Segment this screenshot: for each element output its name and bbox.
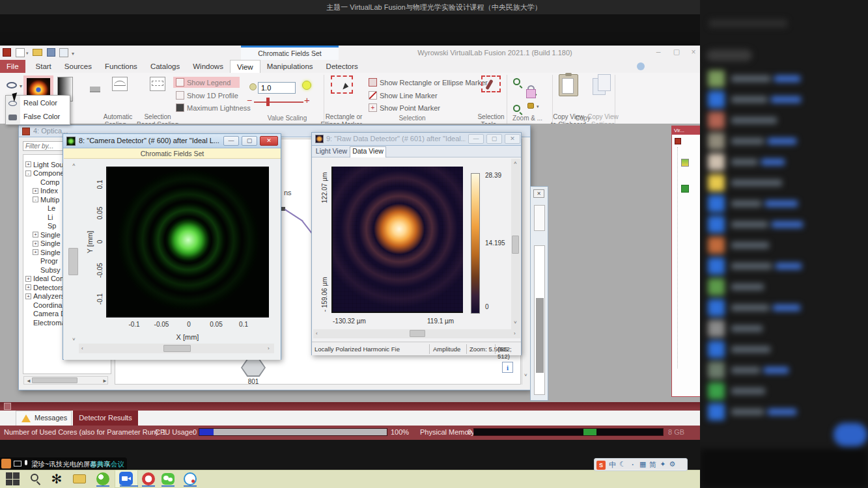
tree-expander[interactable]: + bbox=[33, 188, 38, 194]
customize-toolbar-icon[interactable]: ▾ bbox=[72, 51, 74, 57]
show-1d-profile-icon[interactable] bbox=[176, 91, 184, 100]
maximum-lightness-icon[interactable] bbox=[176, 103, 184, 112]
participant-row[interactable] bbox=[700, 216, 868, 234]
lock-zoom-icon[interactable] bbox=[527, 103, 534, 109]
participant-row[interactable] bbox=[700, 320, 868, 338]
canvas-vertical-scrollbar[interactable]: ˅ bbox=[522, 139, 530, 385]
participant-row[interactable] bbox=[700, 258, 868, 276]
ime-glyphs[interactable]: 中☾・▦简✦⚙ bbox=[609, 460, 675, 470]
scroll-right-icon[interactable]: › bbox=[514, 331, 516, 336]
scroll-down-icon[interactable]: ˅ bbox=[514, 320, 517, 325]
brightness-input[interactable] bbox=[258, 82, 296, 94]
participant-row[interactable] bbox=[700, 237, 868, 255]
participant-row[interactable] bbox=[700, 299, 868, 318]
save-icon[interactable] bbox=[47, 48, 55, 57]
selection-based-scaling-icon[interactable] bbox=[150, 77, 165, 91]
brightness-slider-track[interactable] bbox=[254, 102, 303, 103]
scroll-right-icon[interactable]: › bbox=[268, 346, 270, 351]
tree-horizontal-scrollbar[interactable]: ◄ ► bbox=[23, 376, 108, 385]
horizontal-scrollbar[interactable]: ‹ › bbox=[313, 329, 520, 338]
horizontal-scrollbar[interactable]: ‹ › bbox=[79, 344, 274, 353]
browser-360-icon[interactable] bbox=[96, 472, 111, 486]
show-legend-toggle[interactable]: Show Legend bbox=[187, 79, 231, 87]
show-legend-icon[interactable] bbox=[176, 78, 184, 87]
participant-row[interactable] bbox=[700, 362, 868, 380]
participant-row[interactable] bbox=[700, 383, 868, 401]
scrollbar-thumb[interactable] bbox=[32, 377, 77, 383]
tree-expander[interactable]: + bbox=[25, 284, 31, 290]
restore-button[interactable]: ▢ bbox=[486, 134, 502, 144]
participant-row[interactable] bbox=[700, 91, 868, 109]
new-document-icon[interactable] bbox=[16, 48, 25, 57]
tab-sources[interactable]: Sources bbox=[58, 60, 98, 73]
minimize-button[interactable]: — bbox=[223, 136, 239, 146]
scrollbar-thumb[interactable] bbox=[512, 236, 519, 254]
ime-glyph[interactable]: ・ bbox=[629, 460, 636, 470]
share-link[interactable]: @腾讯会议 bbox=[90, 460, 124, 469]
scrollbar-thumb[interactable] bbox=[410, 330, 425, 337]
zoom-in-icon[interactable] bbox=[513, 78, 520, 85]
cortana-flower-icon[interactable]: ✻ bbox=[49, 472, 64, 486]
show-rect-marker-toggle[interactable]: Show Rectangle or Ellipse Marker bbox=[380, 79, 488, 87]
close-button[interactable]: × bbox=[686, 47, 701, 57]
rectangle-ellipse-marker-icon[interactable] bbox=[331, 75, 353, 94]
show-rect-marker-icon[interactable] bbox=[369, 78, 377, 87]
ime-glyph[interactable]: ⚙ bbox=[669, 460, 676, 470]
preview-icon[interactable] bbox=[526, 89, 536, 98]
show-line-marker-toggle[interactable]: Show Line Marker bbox=[380, 92, 438, 100]
minimize-button[interactable]: – bbox=[651, 47, 665, 57]
tree-expander[interactable]: + bbox=[25, 293, 31, 299]
panel-icon[interactable] bbox=[4, 403, 11, 410]
ime-glyph[interactable]: ▦ bbox=[639, 460, 646, 470]
mini-window-titlebar[interactable]: Vir... bbox=[672, 126, 700, 135]
participant-row[interactable] bbox=[700, 133, 868, 151]
search-icon[interactable] bbox=[29, 472, 43, 486]
tree-expander[interactable]: + bbox=[33, 232, 38, 237]
calculator-icon[interactable] bbox=[59, 48, 68, 57]
red-app-icon[interactable] bbox=[142, 472, 156, 486]
tab-data-view[interactable]: Data View bbox=[350, 146, 386, 157]
show-point-marker-toggle[interactable]: Show Point Marker bbox=[380, 104, 440, 112]
info-icon[interactable]: i bbox=[502, 362, 513, 373]
tree-expander[interactable]: - bbox=[25, 170, 31, 176]
participant-row[interactable] bbox=[700, 174, 868, 193]
ime-glyph[interactable]: 中 bbox=[609, 460, 616, 470]
tree-expander[interactable]: - bbox=[33, 197, 38, 202]
show-line-marker-icon[interactable] bbox=[369, 91, 377, 100]
search-box[interactable] bbox=[707, 49, 752, 61]
participant-row[interactable] bbox=[700, 278, 868, 297]
participant-row[interactable] bbox=[700, 154, 868, 172]
lock-zoom-dropdown-icon[interactable]: ▾ bbox=[537, 104, 539, 109]
close-button[interactable]: ✕ bbox=[260, 136, 278, 146]
maximize-button[interactable]: ▢ bbox=[669, 47, 684, 56]
mini-node-icon[interactable] bbox=[681, 159, 689, 167]
color-mode-eye-icon[interactable] bbox=[7, 82, 17, 88]
maximum-lightness-toggle[interactable]: Maximum Lightness bbox=[187, 104, 251, 112]
tab-messages[interactable]: Messages bbox=[16, 411, 72, 426]
vertical-scrollbar[interactable]: ˄ ˅ bbox=[511, 159, 520, 329]
tab-catalogs[interactable]: Catalogs bbox=[144, 60, 186, 73]
camera-plot[interactable] bbox=[106, 167, 269, 318]
close-button[interactable]: ✕ bbox=[505, 134, 520, 144]
participant-row[interactable] bbox=[700, 70, 868, 88]
menu-item-false-color[interactable]: False Color bbox=[23, 113, 60, 120]
scroll-left-icon[interactable]: ‹ bbox=[316, 331, 318, 336]
brightness-plus[interactable]: + bbox=[304, 94, 310, 105]
tab-windows[interactable]: Windows bbox=[186, 60, 230, 73]
file-explorer-icon[interactable] bbox=[73, 472, 87, 486]
tab-start[interactable]: Start bbox=[29, 60, 58, 73]
scroll-up-icon[interactable]: ˄ bbox=[72, 163, 76, 168]
ime-glyph[interactable]: ✦ bbox=[660, 460, 665, 470]
scroll-left-icon[interactable]: ◄ bbox=[26, 379, 31, 384]
scroll-left-icon[interactable]: ‹ bbox=[81, 346, 83, 351]
tab-light-view[interactable]: Light View bbox=[315, 147, 348, 157]
tree-expander[interactable]: + bbox=[25, 161, 31, 167]
wechat-icon[interactable] bbox=[161, 472, 176, 486]
tab-file[interactable]: File bbox=[0, 60, 25, 73]
contextual-tab[interactable]: Chromatic Fields Set bbox=[241, 46, 339, 60]
new-dropdown-icon[interactable]: ▾ bbox=[26, 51, 29, 56]
brightness-minus[interactable]: − bbox=[247, 95, 252, 105]
show-1d-profile-toggle[interactable]: Show 1D Profile bbox=[187, 92, 238, 100]
tab-view[interactable]: View bbox=[230, 60, 260, 73]
participant-row[interactable] bbox=[700, 112, 868, 130]
